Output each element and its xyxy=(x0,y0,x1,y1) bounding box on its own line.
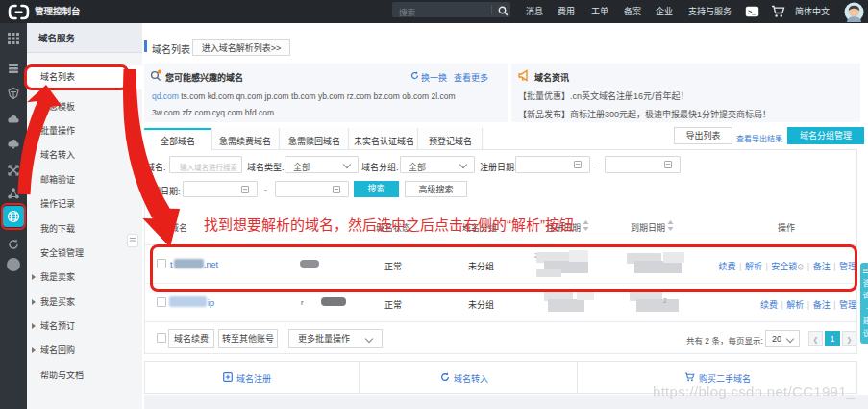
svg-text:>_: >_ xyxy=(748,9,756,16)
